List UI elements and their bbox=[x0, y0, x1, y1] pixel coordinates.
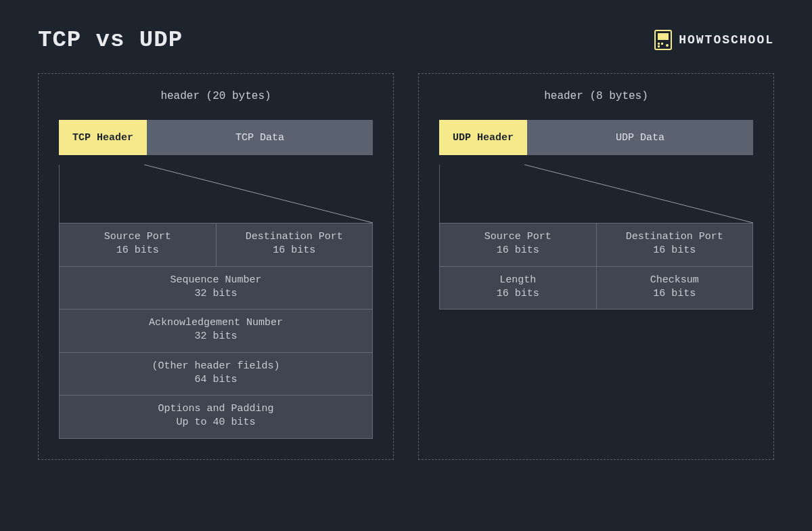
field-name: Length bbox=[444, 274, 592, 287]
svg-rect-5 bbox=[666, 44, 669, 47]
field-cell: Acknowledgement Number32 bits bbox=[60, 310, 372, 352]
udp-header-size-label: header (8 bytes) bbox=[439, 90, 753, 102]
field-name: Checksum bbox=[601, 274, 749, 287]
field-bits: 16 bits bbox=[444, 287, 592, 301]
field-name: Destination Port bbox=[221, 230, 369, 244]
svg-line-9 bbox=[524, 165, 753, 223]
field-cell: Sequence Number32 bits bbox=[60, 267, 372, 310]
header-bar: TCP vs UDP HOWTOSCHOOL bbox=[0, 0, 812, 73]
field-name: Destination Port bbox=[601, 230, 749, 244]
field-name: Options and Padding bbox=[64, 402, 368, 416]
field-bits: Up to 40 bits bbox=[64, 416, 368, 429]
field-cell: Destination Port16 bits bbox=[216, 224, 373, 266]
field-name: Source Port bbox=[444, 230, 592, 244]
field-bits: 16 bits bbox=[221, 244, 369, 257]
field-bits: 16 bits bbox=[64, 244, 212, 257]
field-name: Sequence Number bbox=[64, 274, 368, 287]
field-row: Sequence Number32 bits bbox=[59, 266, 373, 310]
svg-rect-1 bbox=[658, 33, 669, 40]
tcp-connector-lines bbox=[59, 165, 373, 223]
panels-container: header (20 bytes) TCP Header TCP Data So… bbox=[0, 73, 812, 460]
field-bits: 16 bits bbox=[444, 244, 592, 257]
tcp-fields-table: Source Port16 bitsDestination Port16 bit… bbox=[59, 223, 373, 439]
tcp-data-block: TCP Data bbox=[147, 120, 373, 155]
svg-line-7 bbox=[144, 165, 373, 223]
udp-segment-bar: UDP Header UDP Data bbox=[439, 120, 753, 155]
field-cell: Source Port16 bits bbox=[440, 224, 596, 266]
svg-rect-3 bbox=[658, 45, 660, 47]
field-cell: Length16 bits bbox=[440, 267, 596, 310]
field-row: Options and PaddingUp to 40 bits bbox=[59, 395, 373, 439]
field-cell: (Other header fields)64 bits bbox=[60, 353, 372, 396]
field-name: Acknowledgement Number bbox=[64, 316, 368, 330]
udp-panel: header (8 bytes) UDP Header UDP Data Sou… bbox=[418, 73, 774, 460]
field-row: Length16 bitsChecksum16 bits bbox=[439, 266, 753, 310]
page-title: TCP vs UDP bbox=[38, 27, 183, 53]
field-row: Acknowledgement Number32 bits bbox=[59, 309, 373, 353]
field-bits: 32 bits bbox=[64, 287, 368, 301]
tcp-segment-bar: TCP Header TCP Data bbox=[59, 120, 373, 155]
udp-fields-table: Source Port16 bitsDestination Port16 bit… bbox=[439, 223, 753, 310]
field-bits: 16 bits bbox=[601, 244, 749, 257]
field-cell: Checksum16 bits bbox=[596, 267, 753, 310]
tcp-panel: header (20 bytes) TCP Header TCP Data So… bbox=[38, 73, 394, 460]
field-bits: 64 bits bbox=[64, 373, 368, 387]
brand-text: HOWTOSCHOOL bbox=[679, 33, 774, 47]
field-bits: 16 bits bbox=[601, 287, 749, 301]
svg-rect-2 bbox=[658, 43, 660, 45]
field-cell: Source Port16 bits bbox=[60, 224, 216, 266]
udp-connector-lines bbox=[439, 165, 753, 223]
udp-header-block: UDP Header bbox=[439, 120, 527, 155]
field-row: Source Port16 bitsDestination Port16 bit… bbox=[59, 223, 373, 267]
tcp-header-block: TCP Header bbox=[59, 120, 147, 155]
field-bits: 32 bits bbox=[64, 330, 368, 343]
field-name: (Other header fields) bbox=[64, 360, 368, 373]
gameboy-icon bbox=[654, 30, 672, 50]
field-row: (Other header fields)64 bits bbox=[59, 352, 373, 396]
field-name: Source Port bbox=[64, 230, 212, 244]
field-row: Source Port16 bitsDestination Port16 bit… bbox=[439, 223, 753, 267]
field-cell: Options and PaddingUp to 40 bits bbox=[60, 396, 372, 438]
tcp-header-size-label: header (20 bytes) bbox=[59, 90, 373, 102]
udp-data-block: UDP Data bbox=[527, 120, 753, 155]
field-cell: Destination Port16 bits bbox=[596, 224, 753, 266]
svg-rect-4 bbox=[661, 43, 663, 45]
brand-logo: HOWTOSCHOOL bbox=[654, 30, 774, 50]
